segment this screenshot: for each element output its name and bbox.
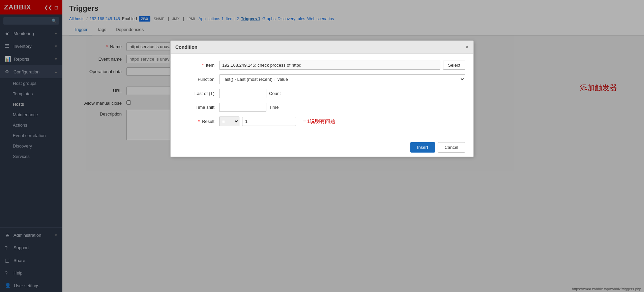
result-value-input[interactable] — [242, 117, 296, 126]
condition-modal: Condition × * Item Select Function last(… — [170, 40, 474, 157]
modal-item-input[interactable] — [219, 61, 440, 70]
modal-function-row: Function last() - Last (most recent) T v… — [179, 74, 465, 84]
modal-result-row: * Result = <> > >= < <= ＝1说明有问题 — [179, 117, 465, 126]
modal-result-label: * Result — [179, 119, 219, 124]
select-button[interactable]: Select — [443, 61, 465, 70]
modal-time-shift-label: Time shift — [179, 105, 219, 110]
modal-body: * Item Select Function last() - Last (mo… — [171, 54, 473, 138]
modal-header: Condition × — [171, 41, 473, 54]
result-operator-select[interactable]: = <> > >= < <= — [219, 117, 239, 126]
modal-item-row: * Item Select — [179, 61, 465, 70]
required-star: * — [202, 63, 204, 68]
modal-last-t-row: Last of (T) Count — [179, 89, 465, 98]
time-shift-input[interactable] — [219, 103, 266, 112]
time-shift-unit: Time — [269, 105, 279, 110]
result-row: = <> > >= < <= ＝1说明有问题 — [219, 117, 335, 126]
required-star: * — [198, 119, 200, 124]
modal-overlay: Condition × * Item Select Function last(… — [0, 0, 644, 292]
modal-item-label: * Item — [179, 63, 219, 68]
function-select[interactable]: last() - Last (most recent) T value avg(… — [219, 74, 465, 84]
modal-time-shift-row: Time shift Time — [179, 103, 465, 112]
insert-button[interactable]: Insert — [410, 142, 435, 153]
modal-close-button[interactable]: × — [466, 44, 469, 50]
result-annotation: ＝1说明有问题 — [302, 118, 335, 125]
modal-function-label: Function — [179, 77, 219, 82]
cancel-button[interactable]: Cancel — [438, 142, 465, 153]
last-t-unit: Count — [269, 91, 281, 96]
modal-footer: Insert Cancel — [171, 138, 473, 157]
modal-last-t-label: Last of (T) — [179, 91, 219, 96]
last-t-input[interactable] — [219, 89, 266, 98]
modal-title: Condition — [175, 44, 197, 50]
